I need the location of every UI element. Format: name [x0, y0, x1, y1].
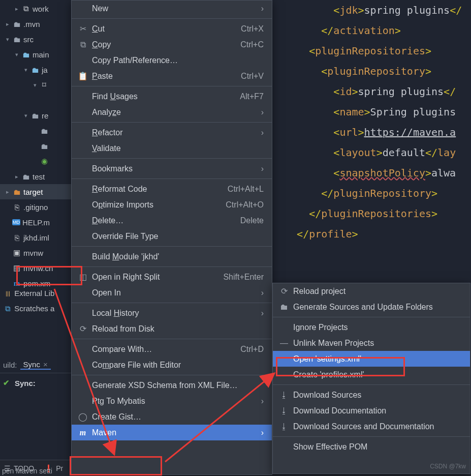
paste-icon: 📋: [78, 71, 88, 81]
menu-item-label: Build Module 'jkhd': [92, 252, 159, 261]
submenu-item[interactable]: Open 'settings.xml': [273, 351, 470, 367]
submenu-item-label: Download Sources: [293, 391, 361, 400]
folder-orange-icon: 🖿: [12, 188, 21, 196]
tree-item-label: re: [42, 111, 48, 120]
submenu-item[interactable]: ⟳Reload project: [273, 283, 470, 299]
menu-item[interactable]: Delete…Delete: [72, 213, 272, 228]
copy-icon: ⧉: [78, 40, 88, 49]
check-icon: ✔: [3, 378, 10, 388]
code-line: </pluginRepositories>: [285, 203, 471, 224]
menu-item[interactable]: Reformat CodeCtrl+Alt+L: [72, 181, 272, 197]
sync-label: Sync:: [15, 379, 36, 388]
chevron-right-icon: ›: [261, 4, 264, 13]
submenu-item[interactable]: —Unlink Maven Projects: [273, 335, 470, 351]
menu-item-label: Optimize Imports: [92, 200, 153, 210]
menu-item-label: Create Gist…: [92, 412, 141, 422]
context-menu[interactable]: New›✂CutCtrl+X⧉CopyCtrl+CCopy Path/Refer…: [71, 0, 272, 475]
menu-item[interactable]: Build Module 'jkhd': [72, 249, 272, 264]
menu-item[interactable]: Compare File with Editor: [72, 357, 272, 373]
shortcut: Shift+Enter: [223, 273, 264, 282]
code-line: <name>Spring plugins: [285, 102, 471, 122]
menu-item[interactable]: New›: [72, 1, 272, 16]
problems-label: Pr: [56, 464, 63, 472]
chevron-icon: ▸: [3, 21, 12, 27]
menu-item[interactable]: Refactor›: [72, 125, 272, 140]
build-tab[interactable]: uild:: [0, 361, 20, 369]
shortcut: Ctrl+Alt+L: [228, 185, 264, 194]
menu-item[interactable]: Optimize ImportsCtrl+Alt+O: [72, 197, 272, 213]
close-icon[interactable]: ×: [43, 360, 48, 369]
folder-open-icon: 🖿: [30, 66, 40, 74]
tree-item-label: pom.xm: [23, 279, 50, 288]
github-icon: ◯: [78, 412, 88, 422]
shortcut: Ctrl+C: [240, 40, 264, 49]
code-line: <layout>default</lay: [285, 142, 471, 163]
menu-item[interactable]: ◯Create Gist…: [72, 409, 272, 425]
file-icon: ▤: [12, 263, 21, 273]
separator: [72, 178, 272, 179]
menu-item[interactable]: Open In›: [72, 285, 272, 301]
tree-item-label: jkhd.iml: [23, 233, 49, 242]
menu-item[interactable]: Ptg To Mybatis›: [72, 393, 272, 409]
tree-item-label: HELP.m: [22, 218, 50, 227]
maven-submenu[interactable]: ⟳Reload project🖿Generate Sources and Upd…: [272, 283, 470, 474]
menu-item-label: Open In: [92, 288, 121, 298]
submenu-item-label: Ignore Projects: [293, 323, 348, 332]
menu-item[interactable]: Generate XSD Schema from XML File…: [72, 377, 272, 393]
separator: [72, 158, 272, 159]
scratches[interactable]: ⧉ Scratches a: [3, 304, 54, 313]
menu-item[interactable]: mMaven›: [72, 425, 272, 440]
submenu-item[interactable]: ⭳Download Sources and Documentation: [273, 419, 470, 434]
scratches-label: Scratches a: [14, 304, 54, 313]
external-libraries-label: External Lib: [14, 289, 54, 298]
library-icon: ⫼: [3, 289, 12, 298]
menu-item[interactable]: ✂CutCtrl+X: [72, 21, 272, 37]
menu-item-label: Compare File with Editor: [92, 361, 181, 370]
shortcut: Alt+F7: [240, 92, 264, 101]
split-icon: ◫: [78, 272, 88, 282]
menu-item[interactable]: Override File Type: [72, 228, 272, 244]
menu-item[interactable]: Bookmarks›: [72, 161, 272, 176]
submenu-item[interactable]: Show Effective POM: [273, 439, 470, 455]
shortcut: Ctrl+V: [241, 72, 264, 81]
build-tool-window[interactable]: uild: Sync × ✔ Sync:: [0, 357, 71, 459]
menu-item-label: Find Usages: [92, 92, 138, 101]
menu-item-label: Cut: [92, 24, 105, 34]
menu-item[interactable]: 📋PasteCtrl+V: [72, 68, 272, 84]
menu-item[interactable]: ⟳Reload from Disk: [72, 321, 272, 337]
download-icon: ⭳: [279, 406, 289, 415]
external-libraries[interactable]: ⫼ External Lib: [3, 289, 54, 298]
menu-item[interactable]: ◫Open in Right SplitShift+Enter: [72, 269, 272, 285]
sync-tab-label: Sync: [23, 360, 40, 369]
chevron-icon: ▾: [30, 82, 40, 88]
submenu-item-label: Download Sources and Documentation: [293, 422, 434, 431]
reload-icon: ⟳: [279, 286, 289, 296]
editor-pane[interactable]: <jdk>spring plugins</ </activation> <plu…: [285, 0, 471, 285]
submenu-item[interactable]: ⭳Download Sources: [273, 387, 470, 403]
submenu-item-label: Show Effective POM: [293, 442, 367, 452]
submenu-item[interactable]: Create 'profiles.xml': [273, 367, 470, 382]
download-icon: ⭳: [279, 391, 289, 400]
menu-item[interactable]: Analyze›: [72, 104, 272, 120]
submenu-item[interactable]: ⭳Download Documentation: [273, 403, 470, 419]
sync-tab[interactable]: Sync ×: [20, 360, 51, 370]
chevron-right-icon: ›: [261, 288, 264, 298]
separator: [72, 246, 272, 247]
code-line: </profile>: [285, 224, 471, 244]
menu-item[interactable]: Local History›: [72, 305, 272, 321]
menu-item-label: Local History: [92, 309, 139, 318]
tree-item-label: .mvn: [23, 20, 40, 28]
menu-item-label: Override File Type: [92, 232, 158, 241]
minus-icon: —: [279, 339, 289, 348]
menu-item[interactable]: ⧉CopyCtrl+C: [72, 37, 272, 52]
separator: [72, 339, 272, 339]
menu-item[interactable]: Compare With…Ctrl+D: [72, 341, 272, 357]
menu-item[interactable]: Find UsagesAlt+F7: [72, 88, 272, 104]
menu-item[interactable]: Validate: [72, 140, 272, 156]
menu-item-label: Reformat Code: [92, 185, 147, 194]
submenu-item[interactable]: Ignore Projects: [273, 319, 470, 335]
submenu-item-label: Unlink Maven Projects: [293, 339, 374, 348]
separator: [273, 317, 470, 317]
menu-item[interactable]: Copy Path/Reference…: [72, 52, 272, 68]
submenu-item[interactable]: 🖿Generate Sources and Update Folders: [273, 299, 470, 315]
